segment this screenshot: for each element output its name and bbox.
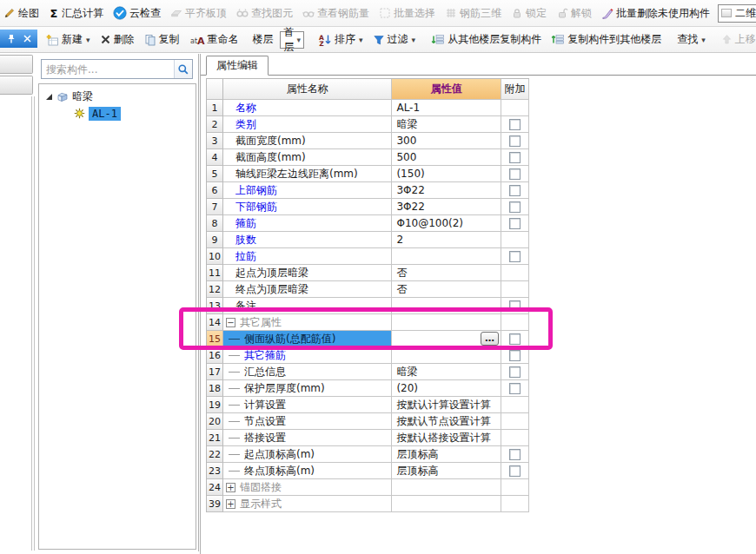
attach-checkbox[interactable] bbox=[509, 333, 521, 345]
close-icon[interactable] bbox=[23, 35, 31, 43]
pin-icon[interactable] bbox=[7, 34, 16, 43]
attach-checkbox[interactable] bbox=[509, 449, 521, 460]
tree-connector bbox=[229, 421, 240, 422]
property-name-cell[interactable]: 下部钢筋 bbox=[223, 199, 392, 215]
batch-delete-unused-button[interactable]: 批量删除未使用构件 bbox=[600, 4, 712, 23]
property-name-cell[interactable]: 其它箍筋 bbox=[223, 347, 392, 364]
property-name-cell[interactable]: 肢数 bbox=[223, 232, 392, 248]
attach-checkbox[interactable] bbox=[509, 465, 521, 477]
property-name-cell[interactable]: 计算设置 bbox=[223, 397, 392, 413]
summary-calc-button[interactable]: Σ汇总计算 bbox=[47, 4, 105, 23]
property-name-cell[interactable]: 类别 bbox=[223, 116, 392, 133]
property-name-cell[interactable]: 终点为顶层暗梁 bbox=[223, 281, 392, 298]
attach-checkbox[interactable] bbox=[509, 251, 521, 262]
property-value-cell[interactable]: (20) bbox=[392, 380, 501, 397]
copy-from-other-floor-button[interactable]: 从其他楼层复制构件 bbox=[429, 30, 543, 49]
attach-checkbox[interactable] bbox=[509, 119, 521, 130]
property-name-cell[interactable]: 起点顶标高(m) bbox=[223, 446, 392, 463]
property-value-cell[interactable]: 按默认搭接设置计算 bbox=[392, 430, 501, 446]
property-name-cell[interactable]: 上部钢筋 bbox=[223, 182, 392, 199]
property-value-cell[interactable]: 暗梁 bbox=[392, 364, 501, 380]
new-button[interactable]: 新建▾ bbox=[43, 30, 92, 49]
property-name-cell[interactable]: 截面宽度(mm) bbox=[223, 133, 392, 149]
property-name-cell[interactable]: 起点为顶层暗梁 bbox=[223, 265, 392, 281]
collapsed-panel-bar[interactable] bbox=[0, 55, 33, 74]
property-name-cell[interactable]: 备注 bbox=[223, 298, 392, 314]
expand-triangle-icon[interactable] bbox=[45, 93, 53, 101]
attach-checkbox[interactable] bbox=[509, 201, 521, 213]
property-value-cell[interactable] bbox=[392, 496, 501, 512]
attach-checkbox[interactable] bbox=[509, 185, 521, 196]
panel-splitter[interactable] bbox=[31, 96, 35, 551]
property-value-cell[interactable]: 3Φ22 bbox=[392, 182, 501, 199]
sort-button[interactable]: AZ排序▾ bbox=[316, 30, 365, 49]
property-value-cell[interactable]: 300 bbox=[392, 133, 501, 149]
property-name-cell[interactable]: 轴线距梁左边线距离(mm) bbox=[223, 166, 392, 182]
property-value-cell[interactable]: 按默认计算设置计算 bbox=[392, 397, 501, 413]
property-name-cell[interactable]: 截面高度(mm) bbox=[223, 149, 392, 166]
expand-icon[interactable]: + bbox=[226, 483, 235, 492]
property-name-cell[interactable]: +显示样式 bbox=[223, 496, 392, 512]
property-value-cell[interactable]: 否 bbox=[392, 265, 501, 281]
property-value-cell[interactable] bbox=[392, 248, 501, 265]
find-button[interactable]: 查找▾ bbox=[675, 30, 707, 49]
tree-node-label-selected[interactable]: AL-1 bbox=[89, 107, 121, 121]
property-name-cell[interactable]: 名称 bbox=[223, 100, 392, 116]
expand-icon[interactable]: + bbox=[226, 499, 235, 509]
property-value-cell[interactable]: (150) bbox=[392, 166, 501, 182]
property-value-cell[interactable]: 暗梁 bbox=[392, 116, 501, 133]
property-name-cell[interactable]: +锚固搭接 bbox=[223, 479, 392, 496]
collapse-icon[interactable]: − bbox=[226, 318, 235, 327]
filter-button[interactable]: 过滤▾ bbox=[371, 30, 418, 49]
attach-checkbox[interactable] bbox=[509, 152, 521, 163]
attach-checkbox[interactable] bbox=[509, 168, 521, 180]
attach-checkbox[interactable] bbox=[509, 350, 521, 361]
rename-button[interactable]: atA重命名 bbox=[188, 30, 241, 49]
ellipsis-button[interactable]: … bbox=[481, 332, 499, 346]
property-name-cell[interactable]: 侧面纵筋(总配筋值) bbox=[223, 331, 392, 347]
tab-property-edit[interactable]: 属性编辑 bbox=[206, 56, 269, 76]
property-name-cell[interactable]: 汇总信息 bbox=[223, 364, 392, 380]
property-value-cell[interactable] bbox=[392, 314, 501, 331]
property-name-cell[interactable]: 节点设置 bbox=[223, 413, 392, 430]
property-value-cell[interactable]: Φ10@100(2) bbox=[392, 215, 501, 232]
attach-checkbox[interactable] bbox=[509, 135, 521, 147]
property-value-cell[interactable]: 2 bbox=[392, 232, 501, 248]
property-name-cell[interactable]: 拉筋 bbox=[223, 248, 392, 265]
search-button[interactable] bbox=[174, 60, 192, 78]
property-value-cell[interactable]: … bbox=[392, 331, 501, 347]
property-name-cell[interactable]: −其它属性 bbox=[223, 314, 392, 331]
property-value-cell[interactable]: 否 bbox=[392, 281, 501, 298]
attach-checkbox[interactable] bbox=[509, 218, 521, 229]
property-name-cell[interactable]: 保护层厚度(mm) bbox=[223, 380, 392, 397]
view-mode-combo[interactable]: 二维 ▾ bbox=[718, 4, 756, 23]
property-value-cell[interactable] bbox=[392, 479, 501, 496]
svg-text:A: A bbox=[197, 36, 205, 46]
property-value-cell[interactable]: 层顶标高 bbox=[392, 446, 501, 463]
property-value-cell[interactable] bbox=[392, 298, 501, 314]
attach-checkbox[interactable] bbox=[509, 383, 521, 394]
delete-button[interactable]: 删除 bbox=[98, 30, 136, 49]
property-value-cell[interactable]: 按默认节点设置计算 bbox=[392, 413, 501, 430]
chevron-down-icon[interactable]: ▾ bbox=[295, 36, 304, 44]
cloud-check-button[interactable]: 云检查 bbox=[111, 4, 162, 23]
floor-combo[interactable]: 首层▾ bbox=[280, 31, 305, 49]
tree-node-al1[interactable]: AL-1 bbox=[39, 105, 196, 122]
property-name-cell[interactable]: 箍筋 bbox=[223, 215, 392, 232]
property-name-cell[interactable]: 终点顶标高(m) bbox=[223, 463, 392, 479]
copy-button[interactable]: 复制 bbox=[143, 30, 182, 49]
property-value-cell[interactable] bbox=[392, 347, 501, 364]
property-value-cell[interactable]: 3Φ22 bbox=[392, 199, 501, 215]
property-value-cell[interactable]: 层顶标高 bbox=[392, 463, 501, 479]
property-value-cell[interactable]: AL-1 bbox=[392, 100, 501, 116]
copy-floor-to-icon bbox=[551, 34, 565, 46]
draw-button[interactable]: 绘图 bbox=[2, 4, 41, 23]
search-input[interactable] bbox=[42, 60, 174, 78]
collapsed-panel-bar[interactable] bbox=[0, 76, 33, 95]
attach-checkbox[interactable] bbox=[509, 300, 521, 312]
attach-checkbox[interactable] bbox=[509, 366, 521, 378]
property-value-cell[interactable]: 500 bbox=[392, 149, 501, 166]
property-name-cell[interactable]: 搭接设置 bbox=[223, 430, 392, 446]
tree-node-anliang[interactable]: 暗梁 bbox=[39, 89, 196, 105]
copy-to-other-floor-button[interactable]: 复制构件到其他楼层 bbox=[549, 30, 663, 49]
